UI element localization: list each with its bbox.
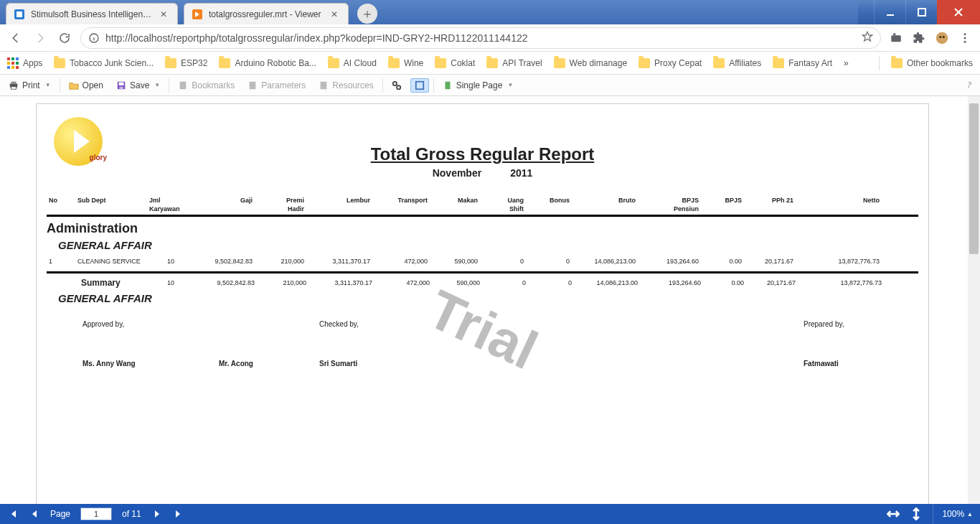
folder-icon — [388, 58, 400, 68]
page-label: Page — [50, 509, 70, 519]
bookmark-other[interactable]: Other bookmarks — [891, 58, 973, 68]
svg-rect-11 — [891, 35, 901, 42]
bookmark-label: Apps — [23, 58, 42, 68]
find-button[interactable] — [387, 78, 406, 93]
separator — [879, 56, 880, 70]
viewer-toolbar: Print▼ Open Save▼ Bookmarks Parameters R… — [0, 75, 980, 96]
table-header: No Sub Dept Jml Gaji Premi Lembur Transp… — [47, 196, 918, 217]
bookmark-item[interactable]: ESP32 — [165, 58, 207, 68]
bookmarks-button[interactable]: Bookmarks — [174, 78, 239, 93]
report-subtitle: November2011 — [47, 167, 918, 179]
browser-tab[interactable]: Stimulsoft Business Intelligence S ✕ — [6, 3, 178, 24]
bookmark-item[interactable]: Fantasy Art — [773, 58, 832, 68]
folder-icon — [54, 58, 65, 68]
bookmark-item[interactable]: AI Cloud — [328, 58, 377, 68]
page-input[interactable] — [80, 507, 112, 520]
page-count: of 11 — [122, 509, 141, 519]
star-icon[interactable] — [862, 31, 873, 45]
resources-button[interactable]: Resources — [314, 78, 377, 93]
report-title: Total Gross Regular Report — [47, 144, 918, 164]
parameters-button[interactable]: Parameters — [243, 78, 310, 93]
bookmarks-bar: Apps Tobacco Junk Scien... ESP32 Arduino… — [0, 52, 980, 75]
omnibox[interactable]: http://localhost/reportphp/totalgrossreg… — [80, 27, 881, 49]
extensions-puzzle-icon[interactable] — [911, 30, 927, 46]
dept-title-2: GENERAL AFFAIR — [58, 292, 918, 304]
folder-icon — [891, 58, 903, 68]
tab-favicon — [14, 9, 25, 20]
summary-row: Summary 10 9,502,842.83 210,000 3,311,37… — [47, 273, 918, 292]
folder-icon — [435, 58, 446, 68]
bookmark-item[interactable]: Arduino Robotic Ba... — [219, 58, 316, 68]
window-maximize-button[interactable] — [905, 0, 937, 24]
first-page-button[interactable] — [7, 508, 19, 520]
svg-rect-24 — [119, 86, 123, 89]
tab-close-icon[interactable]: ✕ — [331, 9, 341, 19]
next-page-button[interactable] — [151, 508, 163, 520]
print-button[interactable]: Print▼ — [4, 78, 55, 93]
profile-avatar[interactable] — [934, 30, 950, 46]
bookmark-overflow[interactable]: » — [844, 58, 849, 68]
svg-point-16 — [964, 33, 966, 35]
folder-icon — [219, 58, 230, 68]
bookmark-item[interactable]: Web dimanage — [554, 58, 628, 68]
zoom-menu[interactable]: 100%▲ — [933, 504, 973, 524]
window-titlebar: Stimulsoft Business Intelligence S ✕ tot… — [0, 0, 980, 24]
forward-button[interactable] — [32, 29, 49, 47]
new-tab-button[interactable]: ＋ — [357, 4, 377, 24]
single-page-button[interactable]: Single Page▼ — [438, 78, 518, 93]
signatures: Approved by,Ms. Anny Wang Mr. Acong Chec… — [47, 320, 918, 368]
help-button[interactable]: ? — [963, 80, 976, 90]
fit-width-button[interactable] — [887, 507, 900, 520]
tab-close-icon[interactable]: ✕ — [160, 9, 170, 19]
extension-icon[interactable] — [888, 30, 904, 46]
svg-point-18 — [964, 40, 966, 42]
tab-title: Stimulsoft Business Intelligence S — [31, 9, 156, 19]
window-minimize-button[interactable] — [874, 0, 905, 24]
bookmark-item[interactable]: Affiliates — [713, 58, 761, 68]
svg-rect-25 — [180, 81, 187, 89]
scrollbar-thumb[interactable] — [969, 103, 979, 254]
last-page-button[interactable] — [173, 508, 184, 520]
bookmark-item[interactable]: Wine — [388, 58, 423, 68]
report-viewport: glory Total Gross Regular Report Novembe… — [0, 96, 980, 504]
report-page: glory Total Gross Regular Report Novembe… — [36, 103, 929, 504]
fit-height-button[interactable] — [910, 507, 923, 520]
folder-icon — [165, 58, 176, 68]
svg-rect-27 — [321, 81, 327, 89]
open-button[interactable]: Open — [65, 78, 108, 93]
svg-point-28 — [392, 81, 396, 85]
apps-grid-icon — [7, 57, 19, 69]
folder-icon — [486, 58, 498, 68]
svg-point-13 — [936, 32, 948, 44]
svg-rect-20 — [11, 81, 17, 83]
url-text: http://localhost/reportphp/totalgrossreg… — [105, 32, 862, 44]
bookmark-item[interactable]: Proxy Cepat — [639, 58, 702, 68]
svg-rect-21 — [11, 86, 17, 89]
window-close-button[interactable] — [937, 0, 980, 24]
svg-point-29 — [397, 85, 400, 89]
svg-point-17 — [964, 37, 966, 39]
prev-page-button[interactable] — [29, 508, 40, 520]
bookmark-item[interactable]: Coklat — [435, 58, 475, 68]
browser-tab-active[interactable]: totalgrossreguler.mrt - Viewer ✕ — [184, 3, 349, 24]
folder-icon — [554, 58, 565, 68]
site-info-icon[interactable] — [88, 32, 100, 44]
vertical-scrollbar[interactable] — [968, 96, 980, 504]
fullscreen-button[interactable] — [410, 78, 429, 93]
dept-title: GENERAL AFFAIR — [58, 239, 918, 251]
data-row: 1 CLEANING SERVICE 10 9,502,842.83 210,0… — [47, 251, 918, 270]
bookmark-item[interactable]: Tobacco Junk Scien... — [54, 58, 154, 68]
reload-button[interactable] — [56, 29, 73, 47]
bookmark-item[interactable]: API Travel — [486, 58, 542, 68]
save-button[interactable]: Save▼ — [112, 78, 164, 93]
svg-rect-26 — [250, 81, 256, 89]
svg-rect-31 — [445, 81, 450, 89]
svg-rect-1 — [17, 11, 22, 17]
address-bar: http://localhost/reportphp/totalgrossreg… — [0, 24, 980, 52]
browser-menu-icon[interactable] — [957, 30, 973, 46]
back-button[interactable] — [7, 29, 24, 47]
svg-rect-4 — [918, 9, 925, 16]
folder-icon — [713, 58, 725, 68]
bookmark-apps[interactable]: Apps — [7, 57, 42, 69]
svg-marker-10 — [862, 32, 872, 41]
